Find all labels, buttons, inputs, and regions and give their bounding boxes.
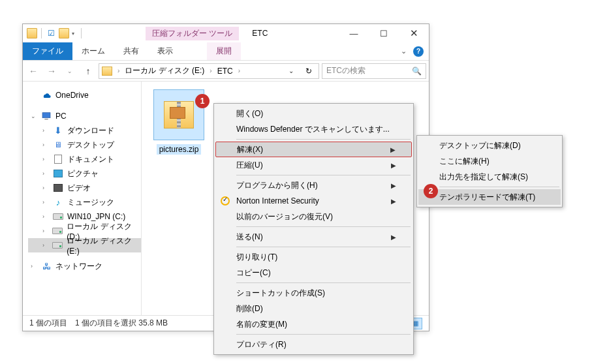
ctx-properties[interactable]: プロパティ(R) (215, 337, 412, 352)
chevron-right-icon[interactable]: › (116, 67, 121, 74)
sidebar-item-label: ダウンロード (67, 125, 114, 136)
breadcrumb-segment[interactable]: ETC (217, 67, 233, 76)
tab-view[interactable]: 表示 (148, 42, 182, 60)
video-icon (53, 183, 63, 193)
drive-icon (52, 240, 63, 250)
drive-icon (53, 211, 63, 222)
chevron-right-icon: › (42, 213, 49, 220)
download-icon: ⬇ (53, 125, 63, 136)
folder-icon (27, 28, 37, 38)
sub-extract-desktop[interactable]: デスクトップに解凍(D) (418, 138, 561, 153)
chevron-right-icon[interactable]: › (208, 67, 213, 74)
ctx-create-shortcut[interactable]: ショートカットの作成(S) (215, 285, 412, 301)
tab-file[interactable]: ファイル (23, 42, 72, 60)
qat-dropdown-icon[interactable]: ▾ (72, 31, 77, 37)
annotation-badge-2: 2 (424, 184, 438, 198)
ribbon-tabs: ファイル ホーム 共有 表示 展開 ⌄ ? (23, 42, 429, 61)
ctx-label: ショートカットの作成(S) (236, 288, 325, 299)
sidebar-item-videos[interactable]: › ビデオ (28, 181, 141, 195)
ctx-defender-scan[interactable]: Windows Defender でスキャンしています... (215, 121, 412, 137)
network-icon: 🖧 (41, 261, 52, 271)
window-controls: — ☐ ✕ (339, 24, 429, 42)
sidebar-item-label: デスクトップ (67, 140, 114, 151)
chevron-right-icon[interactable]: › (237, 67, 241, 74)
sidebar-item-music[interactable]: › ♪ ミュージック (28, 195, 141, 209)
maximize-button[interactable]: ☐ (369, 24, 399, 42)
chevron-right-icon: › (42, 199, 49, 205)
close-button[interactable]: ✕ (399, 24, 429, 42)
sidebar-item-label: PC (55, 112, 67, 121)
chevron-right-icon: › (31, 263, 37, 269)
sidebar-item-pc[interactable]: ⌄ PC (28, 109, 141, 123)
separator (236, 175, 411, 175)
sub-extract-specify[interactable]: 出力先を指定して解凍(S) (418, 169, 561, 185)
ctx-compress[interactable]: 圧縮(U)▶ (215, 157, 412, 173)
ctx-previous-versions[interactable]: 以前のバージョンの復元(V) (215, 209, 412, 224)
separator (41, 28, 42, 38)
ctx-open-with[interactable]: プログラムから開く(H)▶ (215, 177, 412, 193)
ctx-delete[interactable]: 削除(D) (215, 301, 412, 316)
zip-icon (164, 101, 194, 129)
back-button[interactable]: ← (25, 63, 41, 79)
file-name[interactable]: pictures.zip (157, 144, 202, 155)
tab-share[interactable]: 共有 (114, 42, 148, 60)
sub-extract-temp[interactable]: テンポラリモードで解凍(T) (418, 189, 561, 205)
ctx-label: コピー(C) (236, 267, 271, 279)
help-icon[interactable]: ? (413, 46, 424, 57)
sidebar-item-label: WIN10_JPN (C:) (67, 212, 125, 221)
chevron-right-icon: ▶ (390, 146, 396, 153)
separator (439, 187, 559, 187)
sidebar-item-label: ドキュメント (67, 154, 114, 165)
forward-button[interactable]: → (44, 63, 59, 79)
tab-extract[interactable]: 展開 (207, 42, 241, 60)
separator (81, 28, 82, 38)
norton-icon (219, 195, 231, 207)
chevron-right-icon: › (42, 185, 49, 191)
sidebar-item-drive-e[interactable]: › ローカル ディスク (E:) (28, 238, 141, 252)
status-item-count: 1 個の項目 (29, 318, 67, 329)
search-placeholder: ETCの検索 (326, 65, 366, 76)
up-button[interactable]: ↑ (80, 63, 96, 79)
properties-icon[interactable]: ☑ (46, 28, 56, 38)
separator (236, 226, 411, 227)
ctx-label: デスクトップに解凍(D) (439, 140, 521, 151)
ctx-send-to[interactable]: 送る(N)▶ (215, 229, 412, 245)
separator (236, 247, 411, 247)
ctx-cut[interactable]: 切り取り(T) (215, 249, 412, 265)
ctx-label: 名前の変更(M) (236, 319, 287, 330)
sub-extract-here[interactable]: ここに解凍(H) (418, 153, 561, 169)
sidebar-item-desktop[interactable]: › 🖥 デスクトップ (28, 138, 141, 152)
ribbon-expand-icon[interactable]: ⌄ (401, 47, 407, 55)
quick-access-toolbar: ☑ ▾ (23, 28, 87, 38)
svg-rect-1 (44, 119, 48, 119)
ctx-rename[interactable]: 名前の変更(M) (215, 316, 412, 332)
minimize-button[interactable]: — (339, 24, 369, 42)
sidebar-item-downloads[interactable]: › ⬇ ダウンロード (28, 123, 141, 138)
address-box[interactable]: › ローカル ディスク (E:) › ETC › ⌄ ↻ (99, 63, 319, 79)
ctx-label: 開く(O) (236, 108, 263, 119)
onedrive-icon (41, 90, 52, 100)
separator (236, 139, 411, 140)
ctx-open[interactable]: 開く(O) (215, 106, 412, 121)
breadcrumb-segment[interactable]: ローカル ディスク (E:) (125, 65, 204, 76)
ctx-label: 出力先を指定して解凍(S) (439, 172, 528, 183)
sidebar-item-documents[interactable]: › ドキュメント (28, 152, 141, 166)
ctx-copy[interactable]: コピー(C) (215, 265, 412, 281)
refresh-icon[interactable]: ↻ (302, 67, 316, 76)
sidebar-item-network[interactable]: › 🖧 ネットワーク (28, 259, 141, 273)
context-menu: 開く(O) Windows Defender でスキャンしています... 解凍(… (213, 103, 414, 355)
recent-dropdown-icon[interactable]: ⌄ (62, 63, 78, 79)
ctx-label: 圧縮(U) (236, 160, 263, 171)
tab-home[interactable]: ホーム (72, 42, 114, 60)
annotation-badge-1: 1 (195, 94, 210, 108)
search-input[interactable]: ETCの検索 🔍 (322, 63, 426, 79)
ctx-norton[interactable]: Norton Internet Security▶ (215, 193, 412, 209)
ctx-extract[interactable]: 解凍(X)▶ (215, 142, 412, 157)
contextual-tab-label: 圧縮フォルダー ツール (146, 27, 239, 40)
dropdown-icon[interactable]: ⌄ (285, 67, 298, 74)
sidebar-item-onedrive[interactable]: OneDrive (28, 88, 141, 102)
sidebar-item-label: ピクチャ (67, 168, 99, 179)
sidebar-item-pictures[interactable]: › ピクチャ (28, 166, 141, 181)
chevron-right-icon: ▶ (391, 162, 396, 169)
ctx-label: Norton Internet Security (236, 196, 319, 205)
